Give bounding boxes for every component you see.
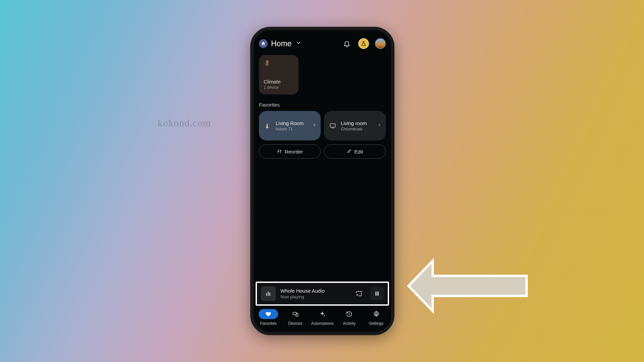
chevron-right-icon [377,123,382,129]
favorite-chromecast[interactable]: Living room Chromecast [324,111,386,140]
bottom-nav: Favorites Devices Automations [254,306,391,332]
nowplaying-title: Whole House Audio [280,288,347,294]
heart-icon [259,309,278,319]
chevron-right-icon [312,123,317,129]
nav-devices[interactable]: Devices [283,309,308,326]
favorite-text: Living room Chromecast [341,120,374,131]
reorder-icon [277,148,282,155]
home-icon[interactable] [259,39,268,48]
devices-icon [286,309,305,319]
favorite-title: Living Room [276,120,309,126]
nav-label: Favorites [260,321,277,326]
favorite-text: Living Room Indoor 71 [276,120,309,131]
tv-icon [328,121,337,130]
nowplaying-bar[interactable]: Whole House Audio Now playing [257,283,388,304]
svg-rect-4 [269,293,270,296]
favorite-sub: Chromecast [341,127,374,131]
edit-button[interactable]: Edit [324,144,386,159]
account-avatar[interactable] [375,38,386,49]
app-screen: Home C [254,30,391,332]
pencil-icon [347,148,352,155]
favorites-section-label: Favorites [254,95,391,111]
nav-settings[interactable]: Settings [364,309,389,326]
labs-button[interactable] [358,38,369,49]
svg-point-0 [266,126,268,128]
nowplaying-highlight: Whole House Audio Now playing [256,282,389,306]
climate-tile[interactable]: Climate 1 device [259,55,299,95]
history-icon [339,309,359,319]
arrow-annotation [402,257,537,324]
nowplaying-status: Now playing [280,294,347,299]
home-dropdown-label[interactable]: Home [271,39,291,48]
reorder-label: Reorder [285,149,303,155]
climate-label: Climate [264,79,294,84]
thermometer-icon [264,60,294,68]
svg-rect-6 [377,292,378,296]
svg-point-9 [375,313,377,315]
pause-button[interactable] [370,287,384,300]
nav-label: Settings [369,321,383,326]
thermostat-icon [263,121,272,130]
svg-rect-1 [330,124,335,127]
nav-activity[interactable]: Activity [337,309,362,326]
nav-label: Activity [343,321,356,326]
favorite-living-room[interactable]: Living Room Indoor 71 [259,111,321,140]
gear-icon [367,309,386,319]
watermark-text: kokond.com [158,117,211,129]
phone-frame: Home C [250,27,394,335]
climate-text: Climate 1 device [264,79,294,90]
favorite-title: Living room [341,120,374,126]
svg-rect-3 [268,291,269,296]
edit-label: Edit [355,149,363,155]
svg-rect-2 [266,293,267,296]
climate-device-count: 1 device [264,85,294,90]
chevron-down-icon[interactable] [296,40,302,47]
sparkle-icon [313,309,332,319]
favorites-row: Living Room Indoor 71 Living room Chrome… [254,111,391,140]
nav-automations[interactable]: Automations [310,309,335,326]
nowplaying-text: Whole House Audio Now playing [280,288,347,299]
notifications-button[interactable] [341,38,352,49]
top-tiles: Climate 1 device [254,53,391,95]
nav-label: Automations [311,321,334,326]
reorder-button[interactable]: Reorder [259,144,321,159]
svg-rect-5 [375,292,376,296]
cast-button[interactable] [352,287,366,300]
nav-label: Devices [288,321,303,326]
background: kokond.com Home [0,0,644,362]
favorites-actions: Reorder Edit [254,140,391,163]
equalizer-icon [261,286,276,301]
nav-favorites[interactable]: Favorites [256,309,281,326]
favorite-sub: Indoor 71 [276,127,309,131]
app-header: Home [254,30,391,53]
